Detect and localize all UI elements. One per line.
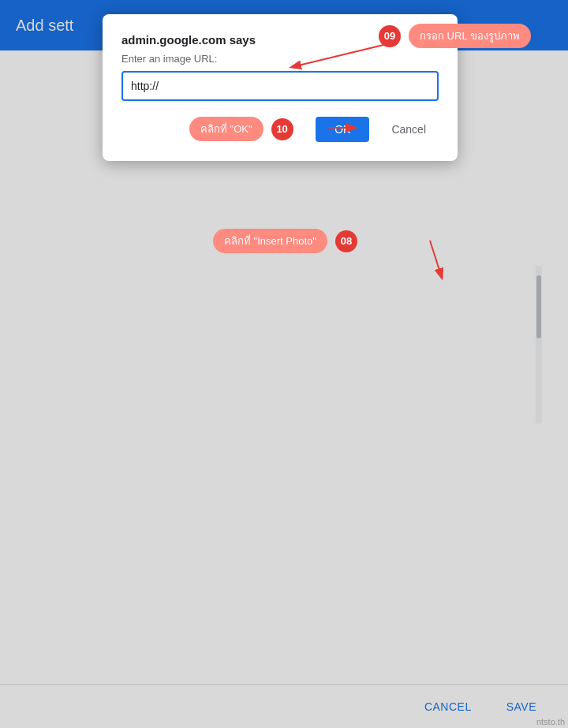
annotation-09: 09 กรอก URL ของรูปภาพ (379, 24, 531, 48)
annotation-08: คลิกที่ "Insert Photo" 08 (213, 229, 357, 253)
step-08-circle: 08 (335, 230, 357, 252)
step-09-circle: 09 (379, 25, 401, 47)
dialog-cancel-button[interactable]: Cancel (379, 117, 439, 142)
image-url-input[interactable] (121, 71, 439, 101)
annotation-08-text: คลิกที่ "Insert Photo" (213, 229, 327, 253)
step-10-circle: 10 (271, 118, 293, 140)
annotation-10-text: คลิกที่ "OK" (189, 117, 263, 141)
annotation-09-text: กรอก URL ของรูปภาพ (409, 24, 531, 48)
annotation-10: คลิกที่ "OK" 10 (189, 117, 293, 141)
ok-button[interactable]: OK (316, 117, 369, 142)
dialog-label: Enter an image URL: (121, 53, 439, 65)
